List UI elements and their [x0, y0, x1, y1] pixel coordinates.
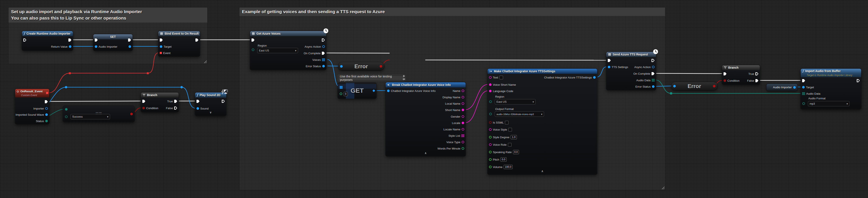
- sound-pin[interactable]: [196, 107, 199, 110]
- node-comment-bubble[interactable]: Use the first available voice for testin…: [338, 75, 405, 81]
- exec-out-pin[interactable]: [857, 79, 860, 82]
- node-create-runtime-audio-importer[interactable]: ƒ Create Runtime Audio Importer Return V…: [22, 31, 73, 51]
- equal-result-pin[interactable]: [130, 113, 133, 115]
- node-header[interactable]: Bind Event to On Result: [158, 31, 200, 36]
- speaking-rate-value-box[interactable]: 0.0: [513, 150, 519, 154]
- node-branch-3[interactable]: Branch True Condition False: [722, 65, 760, 85]
- voice-role-value-box[interactable]: [508, 143, 512, 146]
- audio-format-pin[interactable]: [802, 102, 805, 105]
- node-break-azure-voice-info[interactable]: Break Chatbot Integrator Azure Voice Inf…: [385, 82, 466, 157]
- index-value-box[interactable]: 0: [344, 92, 348, 96]
- error-out-pin[interactable]: [713, 85, 715, 87]
- node-error-pill-1[interactable]: Error: [338, 62, 384, 70]
- audio-data-array-pin[interactable]: [652, 79, 654, 82]
- variable-out-pin[interactable]: [793, 86, 796, 89]
- node-header[interactable]: ƒ Import Audio from Buffer Target is Run…: [801, 69, 861, 77]
- is-ssml-pin[interactable]: [489, 121, 492, 124]
- bubble-pin-icon[interactable]: [402, 75, 406, 80]
- region-dropdown[interactable]: East US ▾: [495, 99, 535, 105]
- output-format-pin[interactable]: [489, 113, 492, 115]
- voices-array-pin[interactable]: [322, 58, 325, 61]
- condition-pin[interactable]: [142, 107, 145, 109]
- audio-importer-out-pin[interactable]: [128, 45, 131, 48]
- text-pin[interactable]: [489, 76, 492, 79]
- voice-style-value-box[interactable]: [508, 128, 512, 132]
- delegate-out-pin[interactable]: [46, 92, 48, 94]
- node-import-audio-from-buffer[interactable]: ƒ Import Audio from Buffer Target is Run…: [801, 68, 861, 110]
- exec-out-pin[interactable]: [222, 100, 225, 103]
- node-header[interactable]: Make Chatbot Integrator Azure TTSSetting…: [488, 69, 597, 74]
- importer-pin[interactable]: [45, 107, 48, 110]
- index-pin[interactable]: [340, 92, 342, 95]
- exec-in-pin[interactable]: [95, 38, 98, 42]
- condition-pin[interactable]: [723, 79, 726, 82]
- output-format-dropdown[interactable]: audio-16khz-32kbitrate-mono-mp3 ▾: [495, 111, 544, 117]
- language-code-pin[interactable]: [489, 90, 492, 92]
- return-value-pin[interactable]: [69, 45, 71, 48]
- async-action-pin[interactable]: [652, 66, 654, 68]
- tts-settings-pin[interactable]: [608, 66, 610, 68]
- node-header[interactable]: ƒ Create Runtime Audio Importer: [22, 31, 73, 36]
- node-set-audio-importer[interactable]: SET Audio Importer: [93, 34, 133, 51]
- exec-in-pin[interactable]: [723, 72, 726, 76]
- ttssettings-out-pin[interactable]: [593, 76, 596, 79]
- false-exec-pin[interactable]: [174, 107, 177, 110]
- false-exec-pin[interactable]: [755, 79, 758, 82]
- struct-in-pin[interactable]: [387, 89, 390, 92]
- node-header[interactable]: Branch: [141, 92, 179, 97]
- equal-input-a-pin[interactable]: [65, 108, 67, 111]
- node-header[interactable]: Break Chatbot Integrator Azure Voice Inf…: [385, 82, 466, 87]
- error-in-pin[interactable]: [340, 65, 343, 68]
- node-header[interactable]: ◇ OnResult_Event Custom Event: [15, 89, 49, 97]
- locale-name-pin[interactable]: [462, 128, 464, 131]
- pitch-value-box[interactable]: 0.0: [500, 158, 507, 162]
- equal-input-b-pin[interactable]: [65, 115, 67, 118]
- node-send-azure-tts-request[interactable]: Send Azure TTS Request TTS Settings Asyn…: [606, 52, 656, 90]
- exec-in-pin[interactable]: [802, 79, 805, 82]
- gender-pin[interactable]: [462, 115, 464, 118]
- region-dropdown[interactable]: East US ▾: [257, 48, 298, 53]
- node-header[interactable]: Send Azure TTS Request: [606, 52, 656, 57]
- exec-in-pin[interactable]: [160, 38, 163, 42]
- exec-in-pin[interactable]: [251, 38, 254, 42]
- style-degree-pin[interactable]: [489, 136, 492, 138]
- voice-short-name-pin[interactable]: [489, 83, 492, 86]
- exec-out-pin[interactable]: [195, 38, 198, 42]
- node-equal-enum[interactable]: == Success ▾: [63, 106, 135, 122]
- node-header[interactable]: SET: [93, 34, 132, 39]
- node-play-sound-2d[interactable]: ƒ Play Sound 2D Sound ∨: [195, 92, 226, 116]
- local-name-pin[interactable]: [462, 102, 464, 105]
- on-complete-exec-pin[interactable]: [652, 72, 654, 75]
- collapse-chevron[interactable]: ∨: [195, 111, 226, 114]
- status-pin[interactable]: [45, 120, 48, 122]
- region-pin[interactable]: [252, 49, 254, 51]
- voice-role-pin[interactable]: [489, 143, 492, 146]
- enum-dropdown[interactable]: Success ▾: [70, 114, 110, 119]
- exec-in-pin[interactable]: [196, 100, 199, 103]
- style-degree-value-box[interactable]: 1.0: [511, 135, 517, 139]
- exec-in-pin[interactable]: [142, 100, 145, 103]
- on-complete-exec-pin[interactable]: [322, 52, 325, 55]
- node-audio-importer-variable[interactable]: Audio Importer: [766, 84, 798, 91]
- is-ssml-checkbox[interactable]: [505, 121, 508, 124]
- node-header[interactable]: Branch: [722, 65, 760, 70]
- voice-style-pin[interactable]: [489, 128, 492, 131]
- error-status-pin[interactable]: [652, 85, 654, 88]
- audio-data-array-pin[interactable]: [802, 92, 805, 95]
- true-exec-pin[interactable]: [755, 72, 758, 76]
- locale-pin[interactable]: [462, 122, 464, 124]
- audio-format-dropdown[interactable]: mp3 ▾: [808, 101, 849, 106]
- style-list-array-pin[interactable]: [461, 134, 464, 137]
- exec-out-pin[interactable]: [45, 100, 48, 103]
- speaking-rate-pin[interactable]: [489, 151, 492, 153]
- collapse-chevron[interactable]: ∧: [385, 151, 466, 154]
- region-pin[interactable]: [489, 101, 492, 103]
- audio-importer-in-pin[interactable]: [95, 45, 97, 48]
- imported-sound-wave-pin[interactable]: [45, 113, 48, 116]
- node-bind-event-to-on-result[interactable]: Bind Event to On Result Target Event: [158, 31, 200, 57]
- node-error-pill-2[interactable]: Error: [671, 82, 718, 90]
- display-name-pin[interactable]: [462, 96, 464, 98]
- event-delegate-pin[interactable]: [160, 52, 162, 54]
- exec-out-pin[interactable]: [652, 59, 654, 62]
- pitch-pin[interactable]: [489, 158, 492, 161]
